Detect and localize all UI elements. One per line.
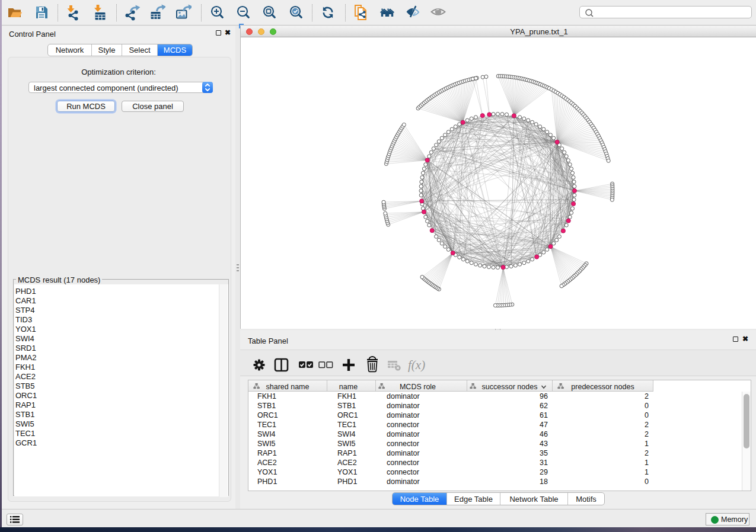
svg-text:f(x): f(x) — [408, 358, 425, 372]
